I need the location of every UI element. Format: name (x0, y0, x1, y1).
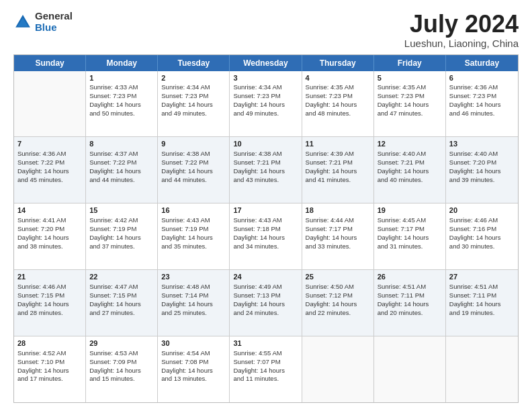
calendar-row: 21Sunrise: 4:46 AMSunset: 7:15 PMDayligh… (14, 270, 518, 336)
sunrise-text: Sunrise: 4:36 AM (449, 83, 498, 91)
daylight-minutes-text: and 49 minutes. (161, 109, 207, 117)
sunset-text: Sunset: 7:21 PM (233, 158, 280, 166)
day-number: 21 (17, 272, 82, 282)
daylight-minutes-text: and 13 minutes. (161, 375, 207, 382)
calendar-cell: 2Sunrise: 4:34 AMSunset: 7:23 PMDaylight… (158, 71, 230, 137)
day-number: 10 (233, 139, 298, 149)
daylight-minutes-text: and 35 minutes. (161, 242, 207, 250)
daylight-hours-text: Daylight: 14 hours (306, 101, 357, 108)
sunset-text: Sunset: 7:12 PM (306, 291, 353, 299)
daylight-hours-text: Daylight: 14 hours (233, 234, 285, 241)
daylight-hours-text: Daylight: 14 hours (161, 367, 213, 374)
daylight-hours-text: Daylight: 14 hours (17, 300, 69, 308)
sunset-text: Sunset: 7:14 PM (161, 291, 208, 299)
sunset-text: Sunset: 7:22 PM (161, 158, 208, 166)
sunset-text: Sunset: 7:18 PM (233, 225, 280, 232)
sunrise-text: Sunrise: 4:47 AM (89, 283, 138, 290)
daylight-hours-text: Daylight: 14 hours (89, 367, 141, 374)
sunset-text: Sunset: 7:21 PM (378, 158, 425, 166)
sunset-text: Sunset: 7:15 PM (17, 291, 64, 299)
sunrise-text: Sunrise: 4:33 AM (89, 83, 138, 91)
sunrise-text: Sunrise: 4:44 AM (306, 216, 354, 224)
sunset-text: Sunset: 7:13 PM (233, 291, 280, 299)
daylight-minutes-text: and 17 minutes. (17, 375, 63, 382)
daylight-minutes-text: and 30 minutes. (449, 242, 495, 250)
sunset-text: Sunset: 7:23 PM (449, 92, 496, 99)
daylight-minutes-text: and 38 minutes. (17, 242, 63, 250)
daylight-minutes-text: and 27 minutes. (89, 309, 135, 316)
sunrise-text: Sunrise: 4:43 AM (161, 216, 210, 224)
sunrise-text: Sunrise: 4:40 AM (449, 150, 498, 157)
day-number: 27 (449, 272, 515, 282)
calendar-cell (14, 71, 86, 137)
day-number: 31 (233, 338, 298, 349)
daylight-hours-text: Daylight: 14 hours (306, 300, 357, 308)
daylight-hours-text: Daylight: 14 hours (89, 101, 141, 108)
daylight-hours-text: Daylight: 14 hours (17, 367, 69, 374)
calendar-row: 1Sunrise: 4:33 AMSunset: 7:23 PMDaylight… (14, 71, 518, 138)
header-day-friday: Friday (374, 55, 446, 71)
calendar-cell: 10Sunrise: 4:38 AMSunset: 7:21 PMDayligh… (230, 137, 302, 203)
daylight-minutes-text: and 22 minutes. (306, 309, 351, 316)
calendar-cell: 23Sunrise: 4:48 AMSunset: 7:14 PMDayligh… (158, 270, 230, 336)
day-number: 7 (17, 139, 82, 149)
day-number: 17 (233, 205, 298, 216)
daylight-minutes-text: and 43 minutes. (233, 176, 279, 183)
calendar-cell: 13Sunrise: 4:40 AMSunset: 7:20 PMDayligh… (446, 137, 518, 203)
logo-blue: Blue (35, 22, 73, 34)
sunset-text: Sunset: 7:23 PM (89, 92, 136, 99)
daylight-hours-text: Daylight: 14 hours (233, 367, 285, 374)
daylight-minutes-text: and 46 minutes. (449, 109, 495, 117)
sunrise-text: Sunrise: 4:35 AM (378, 83, 426, 91)
calendar-cell: 28Sunrise: 4:52 AMSunset: 7:10 PMDayligh… (14, 336, 86, 402)
sunrise-text: Sunrise: 4:40 AM (378, 150, 426, 157)
day-number: 22 (89, 272, 154, 282)
daylight-hours-text: Daylight: 14 hours (233, 101, 285, 108)
daylight-minutes-text: and 40 minutes. (378, 176, 423, 183)
calendar-row: 28Sunrise: 4:52 AMSunset: 7:10 PMDayligh… (14, 336, 518, 402)
day-number: 19 (378, 205, 442, 216)
day-number: 2 (161, 73, 226, 83)
daylight-minutes-text: and 50 minutes. (89, 109, 135, 117)
calendar-cell: 31Sunrise: 4:55 AMSunset: 7:07 PMDayligh… (230, 336, 302, 402)
day-number: 5 (378, 73, 442, 83)
daylight-hours-text: Daylight: 14 hours (378, 300, 429, 308)
calendar-cell: 29Sunrise: 4:53 AMSunset: 7:09 PMDayligh… (86, 336, 158, 402)
calendar-cell: 24Sunrise: 4:49 AMSunset: 7:13 PMDayligh… (230, 270, 302, 336)
calendar-cell: 22Sunrise: 4:47 AMSunset: 7:15 PMDayligh… (86, 270, 158, 336)
sunset-text: Sunset: 7:11 PM (449, 291, 496, 299)
daylight-hours-text: Daylight: 14 hours (378, 101, 429, 108)
day-number: 11 (306, 139, 370, 149)
logo-icon (13, 13, 32, 32)
sunrise-text: Sunrise: 4:34 AM (233, 83, 281, 91)
day-number: 14 (17, 205, 82, 216)
page: General Blue July 2024 Lueshun, Liaoning… (0, 0, 532, 411)
calendar-body: 1Sunrise: 4:33 AMSunset: 7:23 PMDaylight… (14, 71, 518, 402)
daylight-hours-text: Daylight: 14 hours (306, 167, 357, 175)
day-number: 24 (233, 272, 298, 282)
sunset-text: Sunset: 7:11 PM (378, 291, 425, 299)
calendar-cell: 16Sunrise: 4:43 AMSunset: 7:19 PMDayligh… (158, 203, 230, 269)
calendar-cell: 4Sunrise: 4:35 AMSunset: 7:23 PMDaylight… (302, 71, 374, 137)
calendar-row: 7Sunrise: 4:36 AMSunset: 7:22 PMDaylight… (14, 137, 518, 203)
calendar-cell: 9Sunrise: 4:38 AMSunset: 7:22 PMDaylight… (158, 137, 230, 203)
day-number: 28 (17, 338, 82, 349)
sunrise-text: Sunrise: 4:54 AM (161, 349, 210, 357)
sunrise-text: Sunrise: 4:51 AM (378, 283, 426, 290)
calendar-cell: 25Sunrise: 4:50 AMSunset: 7:12 PMDayligh… (302, 270, 374, 336)
daylight-hours-text: Daylight: 14 hours (306, 234, 357, 241)
sunset-text: Sunset: 7:07 PM (233, 358, 280, 365)
daylight-hours-text: Daylight: 14 hours (233, 300, 285, 308)
sunset-text: Sunset: 7:08 PM (161, 358, 208, 365)
sunset-text: Sunset: 7:19 PM (89, 225, 136, 232)
sunrise-text: Sunrise: 4:53 AM (89, 349, 138, 357)
sunrise-text: Sunrise: 4:39 AM (306, 150, 354, 157)
daylight-hours-text: Daylight: 14 hours (449, 234, 501, 241)
logo-text: General Blue (35, 11, 73, 33)
calendar-cell (374, 336, 446, 402)
sunrise-text: Sunrise: 4:36 AM (17, 150, 66, 157)
header-day-saturday: Saturday (446, 55, 518, 71)
calendar-cell: 7Sunrise: 4:36 AMSunset: 7:22 PMDaylight… (14, 137, 86, 203)
daylight-minutes-text: and 44 minutes. (89, 176, 135, 183)
daylight-minutes-text: and 19 minutes. (449, 309, 495, 316)
